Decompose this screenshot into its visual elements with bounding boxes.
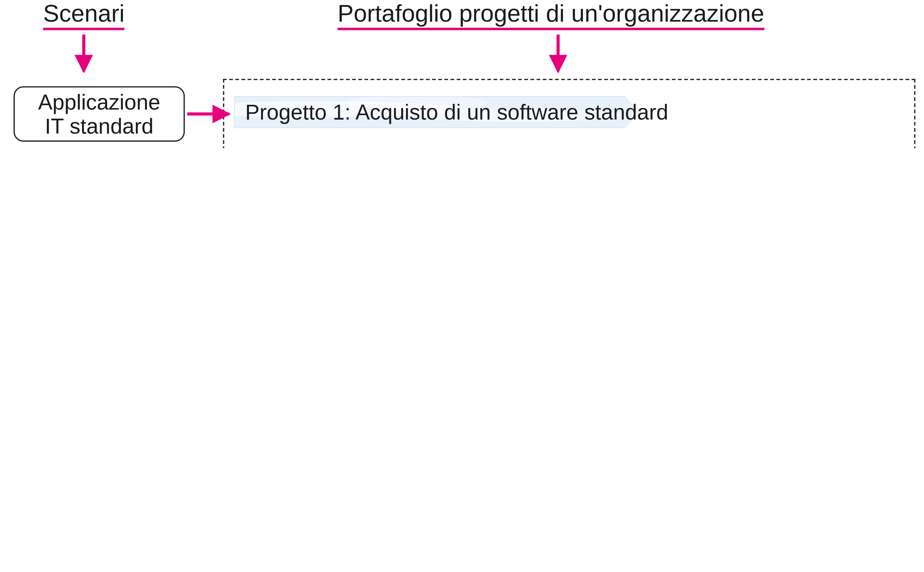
heading-portfolio: Portafoglio progetti di un'organizzazion… <box>338 0 764 30</box>
project-1-label: Progetto 1: Acquisto di un software stan… <box>245 100 668 124</box>
scenario-it-standard-label: ApplicazioneIT standard <box>38 90 160 138</box>
heading-scenarios: Scenari <box>43 0 124 30</box>
diagram-canvas: Scenari Portafoglio progetti di un'organ… <box>0 0 924 148</box>
scenario-it-standard: ApplicazioneIT standard <box>14 86 185 142</box>
